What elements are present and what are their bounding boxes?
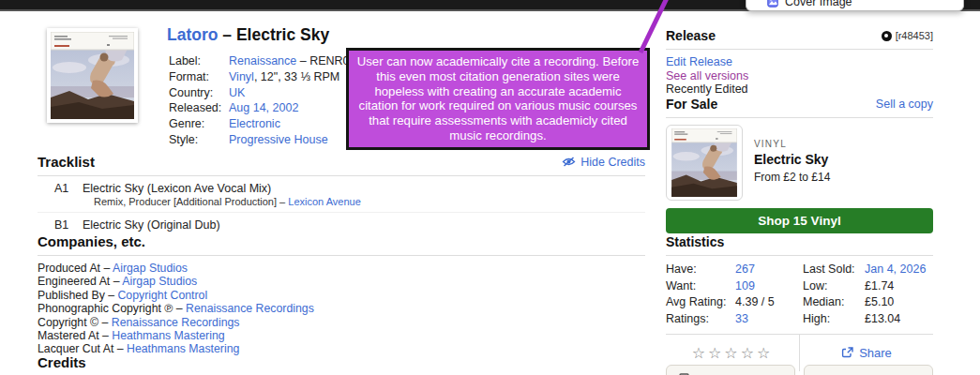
track-row-b1[interactable]: B1 Electric Sky (Original Dub) [38, 212, 645, 232]
companies-heading: Companies, etc. [38, 233, 145, 249]
add-to-wantlist-button[interactable]: Add to Wantlist [804, 365, 933, 375]
release-cover-image[interactable] [47, 28, 138, 123]
release-id: [r48453] [882, 30, 933, 41]
release-title: Electric Sky [236, 25, 329, 44]
company-entry: Phonographic Copyright ℗ – Renaissance R… [38, 302, 645, 315]
release-panel-heading: Release [666, 28, 716, 43]
detail-label: Format: [169, 69, 229, 85]
tracklist-section: Tracklist Hide Credits A1 Electric Sky (… [38, 154, 645, 232]
detail-row-label: Label: Renaissance – RENR017 [169, 53, 362, 69]
detail-row-style: Style: Progressive House [169, 132, 362, 148]
vinyl-record-icon [882, 31, 892, 41]
company-link[interactable]: Copyright Control [117, 289, 207, 302]
share-label: Share [859, 346, 892, 360]
format-link[interactable]: Vinyl [229, 70, 254, 83]
eye-slash-icon [562, 157, 576, 167]
edit-release-link[interactable]: Edit Release [666, 55, 933, 69]
company-link[interactable]: Heathmans Mastering [112, 329, 224, 342]
style-link[interactable]: Progressive House [229, 133, 328, 146]
detail-label: Released: [169, 100, 229, 116]
page-title: Latoro – Electric Sky [167, 25, 329, 45]
listing-title: Electric Sky [754, 152, 830, 167]
annotation-note: User can now academically cite a recordi… [346, 48, 650, 150]
hide-credits-toggle[interactable]: Hide Credits [562, 156, 645, 169]
hide-credits-label: Hide Credits [580, 156, 645, 169]
credit-role: Remix, Producer [Additional Production] … [94, 196, 288, 207]
stat-label: Have: [666, 262, 735, 276]
track-title: Electric Sky (Lexicon Ave Vocal Mix) [83, 182, 271, 195]
detail-row-released: Released: Aug 14, 2002 [169, 100, 362, 116]
share-icon [841, 347, 853, 358]
company-role: Produced At – [38, 262, 113, 275]
add-to-collection-button[interactable]: Add to Collection [666, 365, 795, 375]
detail-label: Country: [169, 85, 229, 101]
for-sale-heading: For Sale [666, 97, 717, 112]
detail-row-format: Format: Vinyl, 12", 33 ⅓ RPM [169, 69, 362, 85]
country-link[interactable]: UK [229, 86, 245, 99]
last-sold-date[interactable]: Jan 4, 2026 [865, 262, 933, 276]
statistics-heading: Statistics [666, 234, 724, 249]
detail-label: Label: [169, 53, 229, 69]
detail-row-country: Country: UK [169, 85, 362, 101]
company-link[interactable]: Heathmans Mastering [127, 342, 239, 355]
collection-actions: Add to Collection Add to Wantlist [666, 365, 933, 375]
have-count[interactable]: 267 [735, 262, 803, 276]
tracklist-heading: Tracklist [38, 154, 95, 170]
track-position: A1 [54, 182, 83, 195]
menu-item-cover-image[interactable]: Cover Image [767, 0, 852, 9]
company-link[interactable]: Renaissance Recordings [112, 316, 240, 329]
listing-price-range: From £2 to £14 [754, 171, 830, 184]
credits-section: Credits [38, 354, 86, 371]
track-credit: Remix, Producer [Additional Production] … [94, 195, 645, 207]
ratings-count[interactable]: 33 [735, 312, 803, 325]
menu-item-label: Cover Image [785, 0, 852, 8]
listing-cover-thumbnail [666, 125, 743, 201]
detail-label: Genre: [169, 116, 229, 132]
stat-label: Last Sold: [803, 262, 865, 276]
company-role: Mastered At – [38, 329, 112, 342]
high-price: £13.04 [865, 312, 933, 325]
company-entry: Mastered At – Heathmans Mastering [38, 329, 645, 342]
image-icon [767, 0, 778, 8]
stat-label: Want: [666, 279, 735, 292]
stat-label: High: [803, 312, 865, 325]
companies-section: Companies, etc. Produced At – Airgap Stu… [38, 233, 645, 356]
genre-link[interactable]: Electronic [229, 117, 280, 130]
company-role: Copyright © – [38, 316, 112, 329]
credit-artist-link[interactable]: Lexicon Avenue [288, 196, 360, 207]
release-panel: Release [r48453] Edit Release See all ve… [666, 28, 933, 97]
recently-edited-link[interactable]: Recently Edited [666, 82, 933, 97]
company-link[interactable]: Airgap Studios [113, 262, 188, 275]
track-position: B1 [54, 218, 83, 232]
company-entry: Copyright © – Renaissance Recordings [38, 316, 645, 329]
artist-link[interactable]: Latoro [167, 25, 218, 44]
listing-format: VINYL [754, 139, 830, 149]
statistics-panel: Statistics Have: 267 Last Sold: Jan 4, 2… [666, 234, 933, 371]
label-link[interactable]: Renaissance [229, 54, 296, 68]
see-all-versions-link[interactable]: See all versions [666, 69, 933, 83]
company-link[interactable]: Renaissance Recordings [186, 302, 314, 315]
stat-label: Low: [803, 279, 865, 292]
stat-label: Ratings: [666, 312, 735, 325]
shop-vinyl-button[interactable]: Shop 15 Vinyl [666, 208, 933, 233]
image-actions-dropdown: Cover Image [746, 0, 964, 11]
company-link[interactable]: Airgap Studios [122, 275, 197, 288]
company-entry: Published By – Copyright Control [38, 289, 645, 302]
track-row-a1[interactable]: A1 Electric Sky (Lexicon Ave Vocal Mix) [38, 176, 645, 195]
stat-label: Median: [803, 295, 865, 308]
sell-a-copy-link[interactable]: Sell a copy [876, 98, 933, 111]
for-sale-panel: For Sale Sell a copy VINYL Electric Sky … [666, 97, 933, 233]
median-price: £5.10 [865, 295, 933, 308]
marketplace-listing[interactable]: VINYL Electric Sky From £2 to £14 [666, 125, 933, 201]
release-details: Label: Renaissance – RENR017 Format: Vin… [169, 53, 362, 148]
released-link[interactable]: Aug 14, 2002 [229, 101, 298, 114]
company-entry: Produced At – Airgap Studios [38, 262, 645, 275]
track-title: Electric Sky (Original Dub) [83, 218, 220, 232]
company-role: Engineered At – [38, 275, 122, 288]
avg-rating: 4.39 / 5 [735, 295, 803, 308]
company-entry: Lacquer Cut At – Heathmans Mastering [38, 342, 645, 355]
want-count[interactable]: 109 [735, 279, 803, 292]
detail-rest: , 12", 33 ⅓ RPM [254, 70, 339, 83]
company-entry: Engineered At – Airgap Studios [38, 275, 645, 288]
credits-heading: Credits [38, 354, 86, 370]
